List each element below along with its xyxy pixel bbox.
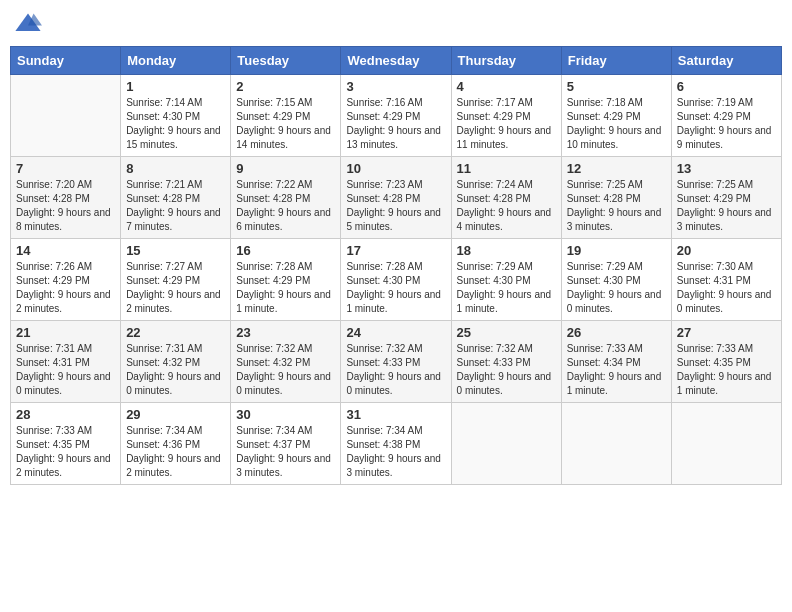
calendar-day-cell: 7Sunrise: 7:20 AMSunset: 4:28 PMDaylight…	[11, 157, 121, 239]
page-header	[10, 10, 782, 38]
day-info: Sunrise: 7:31 AMSunset: 4:31 PMDaylight:…	[16, 342, 115, 398]
day-number: 26	[567, 325, 666, 340]
day-info: Sunrise: 7:33 AMSunset: 4:35 PMDaylight:…	[677, 342, 776, 398]
day-of-week-header: Friday	[561, 47, 671, 75]
calendar-day-cell: 30Sunrise: 7:34 AMSunset: 4:37 PMDayligh…	[231, 403, 341, 485]
day-number: 7	[16, 161, 115, 176]
calendar-day-cell: 23Sunrise: 7:32 AMSunset: 4:32 PMDayligh…	[231, 321, 341, 403]
day-info: Sunrise: 7:19 AMSunset: 4:29 PMDaylight:…	[677, 96, 776, 152]
calendar-header-row: SundayMondayTuesdayWednesdayThursdayFrid…	[11, 47, 782, 75]
day-info: Sunrise: 7:34 AMSunset: 4:38 PMDaylight:…	[346, 424, 445, 480]
day-number: 14	[16, 243, 115, 258]
calendar-day-cell: 19Sunrise: 7:29 AMSunset: 4:30 PMDayligh…	[561, 239, 671, 321]
day-info: Sunrise: 7:32 AMSunset: 4:33 PMDaylight:…	[346, 342, 445, 398]
calendar-week-row: 28Sunrise: 7:33 AMSunset: 4:35 PMDayligh…	[11, 403, 782, 485]
day-info: Sunrise: 7:28 AMSunset: 4:29 PMDaylight:…	[236, 260, 335, 316]
day-number: 22	[126, 325, 225, 340]
day-info: Sunrise: 7:29 AMSunset: 4:30 PMDaylight:…	[567, 260, 666, 316]
day-number: 8	[126, 161, 225, 176]
calendar-day-cell: 12Sunrise: 7:25 AMSunset: 4:28 PMDayligh…	[561, 157, 671, 239]
day-number: 5	[567, 79, 666, 94]
calendar-day-cell: 2Sunrise: 7:15 AMSunset: 4:29 PMDaylight…	[231, 75, 341, 157]
day-info: Sunrise: 7:16 AMSunset: 4:29 PMDaylight:…	[346, 96, 445, 152]
day-number: 20	[677, 243, 776, 258]
day-info: Sunrise: 7:25 AMSunset: 4:29 PMDaylight:…	[677, 178, 776, 234]
day-number: 21	[16, 325, 115, 340]
calendar-day-cell: 24Sunrise: 7:32 AMSunset: 4:33 PMDayligh…	[341, 321, 451, 403]
day-info: Sunrise: 7:24 AMSunset: 4:28 PMDaylight:…	[457, 178, 556, 234]
calendar-day-cell: 1Sunrise: 7:14 AMSunset: 4:30 PMDaylight…	[121, 75, 231, 157]
day-info: Sunrise: 7:32 AMSunset: 4:33 PMDaylight:…	[457, 342, 556, 398]
day-of-week-header: Saturday	[671, 47, 781, 75]
logo-icon	[14, 10, 42, 38]
calendar-day-cell: 31Sunrise: 7:34 AMSunset: 4:38 PMDayligh…	[341, 403, 451, 485]
day-info: Sunrise: 7:31 AMSunset: 4:32 PMDaylight:…	[126, 342, 225, 398]
day-of-week-header: Wednesday	[341, 47, 451, 75]
logo	[14, 10, 46, 38]
calendar-day-cell: 21Sunrise: 7:31 AMSunset: 4:31 PMDayligh…	[11, 321, 121, 403]
day-info: Sunrise: 7:23 AMSunset: 4:28 PMDaylight:…	[346, 178, 445, 234]
day-of-week-header: Monday	[121, 47, 231, 75]
day-number: 11	[457, 161, 556, 176]
day-number: 12	[567, 161, 666, 176]
day-number: 30	[236, 407, 335, 422]
day-info: Sunrise: 7:29 AMSunset: 4:30 PMDaylight:…	[457, 260, 556, 316]
day-number: 16	[236, 243, 335, 258]
day-number: 23	[236, 325, 335, 340]
calendar-table: SundayMondayTuesdayWednesdayThursdayFrid…	[10, 46, 782, 485]
day-info: Sunrise: 7:21 AMSunset: 4:28 PMDaylight:…	[126, 178, 225, 234]
calendar-day-cell: 10Sunrise: 7:23 AMSunset: 4:28 PMDayligh…	[341, 157, 451, 239]
calendar-day-cell: 15Sunrise: 7:27 AMSunset: 4:29 PMDayligh…	[121, 239, 231, 321]
calendar-day-cell: 18Sunrise: 7:29 AMSunset: 4:30 PMDayligh…	[451, 239, 561, 321]
calendar-day-cell: 27Sunrise: 7:33 AMSunset: 4:35 PMDayligh…	[671, 321, 781, 403]
day-number: 2	[236, 79, 335, 94]
day-info: Sunrise: 7:28 AMSunset: 4:30 PMDaylight:…	[346, 260, 445, 316]
day-info: Sunrise: 7:17 AMSunset: 4:29 PMDaylight:…	[457, 96, 556, 152]
day-number: 4	[457, 79, 556, 94]
calendar-day-cell: 3Sunrise: 7:16 AMSunset: 4:29 PMDaylight…	[341, 75, 451, 157]
day-number: 15	[126, 243, 225, 258]
calendar-day-cell	[561, 403, 671, 485]
day-info: Sunrise: 7:33 AMSunset: 4:35 PMDaylight:…	[16, 424, 115, 480]
day-number: 29	[126, 407, 225, 422]
calendar-day-cell: 8Sunrise: 7:21 AMSunset: 4:28 PMDaylight…	[121, 157, 231, 239]
day-info: Sunrise: 7:18 AMSunset: 4:29 PMDaylight:…	[567, 96, 666, 152]
day-info: Sunrise: 7:30 AMSunset: 4:31 PMDaylight:…	[677, 260, 776, 316]
calendar-day-cell: 17Sunrise: 7:28 AMSunset: 4:30 PMDayligh…	[341, 239, 451, 321]
day-info: Sunrise: 7:26 AMSunset: 4:29 PMDaylight:…	[16, 260, 115, 316]
calendar-day-cell: 25Sunrise: 7:32 AMSunset: 4:33 PMDayligh…	[451, 321, 561, 403]
day-info: Sunrise: 7:33 AMSunset: 4:34 PMDaylight:…	[567, 342, 666, 398]
day-number: 27	[677, 325, 776, 340]
day-number: 31	[346, 407, 445, 422]
calendar-week-row: 1Sunrise: 7:14 AMSunset: 4:30 PMDaylight…	[11, 75, 782, 157]
day-info: Sunrise: 7:34 AMSunset: 4:37 PMDaylight:…	[236, 424, 335, 480]
day-of-week-header: Thursday	[451, 47, 561, 75]
day-info: Sunrise: 7:22 AMSunset: 4:28 PMDaylight:…	[236, 178, 335, 234]
calendar-day-cell: 14Sunrise: 7:26 AMSunset: 4:29 PMDayligh…	[11, 239, 121, 321]
day-number: 10	[346, 161, 445, 176]
day-info: Sunrise: 7:34 AMSunset: 4:36 PMDaylight:…	[126, 424, 225, 480]
day-number: 18	[457, 243, 556, 258]
day-info: Sunrise: 7:25 AMSunset: 4:28 PMDaylight:…	[567, 178, 666, 234]
calendar-week-row: 7Sunrise: 7:20 AMSunset: 4:28 PMDaylight…	[11, 157, 782, 239]
calendar-week-row: 21Sunrise: 7:31 AMSunset: 4:31 PMDayligh…	[11, 321, 782, 403]
calendar-day-cell: 13Sunrise: 7:25 AMSunset: 4:29 PMDayligh…	[671, 157, 781, 239]
calendar-day-cell: 16Sunrise: 7:28 AMSunset: 4:29 PMDayligh…	[231, 239, 341, 321]
calendar-day-cell: 28Sunrise: 7:33 AMSunset: 4:35 PMDayligh…	[11, 403, 121, 485]
calendar-day-cell	[671, 403, 781, 485]
day-of-week-header: Tuesday	[231, 47, 341, 75]
day-number: 13	[677, 161, 776, 176]
calendar-day-cell: 6Sunrise: 7:19 AMSunset: 4:29 PMDaylight…	[671, 75, 781, 157]
day-number: 6	[677, 79, 776, 94]
day-number: 28	[16, 407, 115, 422]
day-info: Sunrise: 7:14 AMSunset: 4:30 PMDaylight:…	[126, 96, 225, 152]
day-number: 3	[346, 79, 445, 94]
calendar-day-cell: 29Sunrise: 7:34 AMSunset: 4:36 PMDayligh…	[121, 403, 231, 485]
calendar-week-row: 14Sunrise: 7:26 AMSunset: 4:29 PMDayligh…	[11, 239, 782, 321]
calendar-day-cell	[451, 403, 561, 485]
day-number: 9	[236, 161, 335, 176]
calendar-day-cell: 9Sunrise: 7:22 AMSunset: 4:28 PMDaylight…	[231, 157, 341, 239]
day-info: Sunrise: 7:32 AMSunset: 4:32 PMDaylight:…	[236, 342, 335, 398]
calendar-day-cell: 26Sunrise: 7:33 AMSunset: 4:34 PMDayligh…	[561, 321, 671, 403]
calendar-day-cell	[11, 75, 121, 157]
